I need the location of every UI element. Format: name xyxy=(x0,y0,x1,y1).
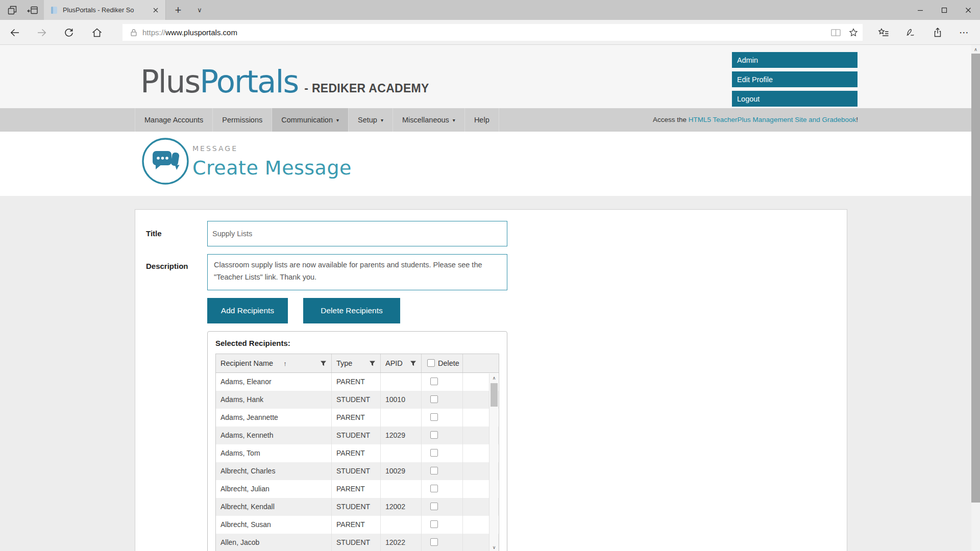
page-scrollbar-thumb[interactable] xyxy=(971,54,980,503)
url-bar-actions xyxy=(830,24,859,41)
tab-list-dropdown-button[interactable]: ∨ xyxy=(190,0,209,20)
delete-recipients-button[interactable]: Delete Recipients xyxy=(303,298,400,323)
recipient-apid-cell: 12029 xyxy=(381,427,422,444)
nav-item-communication[interactable]: Communication▾ xyxy=(272,108,349,132)
nav-item-help[interactable]: Help xyxy=(465,108,499,132)
add-favorite-button[interactable] xyxy=(848,28,859,38)
close-window-button[interactable] xyxy=(956,0,980,20)
window-controls xyxy=(908,0,980,20)
column-label: Recipient Name xyxy=(220,359,273,367)
filter-funnel-icon[interactable] xyxy=(369,360,376,367)
scroll-down-arrow[interactable]: ∨ xyxy=(489,543,499,551)
recipient-name-cell: Adams, Kenneth xyxy=(216,427,332,444)
nav-item-miscellaneous[interactable]: Miscellaneous▾ xyxy=(393,108,465,132)
url-input[interactable]: https://www.plusportals.com xyxy=(122,24,863,41)
refresh-button[interactable] xyxy=(58,20,80,45)
maximize-button[interactable] xyxy=(932,0,956,20)
table-row: Adams, HankSTUDENT10010 xyxy=(216,391,499,409)
hub-button[interactable] xyxy=(873,20,894,45)
nav-item-label: Manage Accounts xyxy=(144,116,203,124)
delete-cell xyxy=(422,409,463,427)
delete-row-checkbox[interactable] xyxy=(430,485,438,492)
table-scrollbar-thumb[interactable] xyxy=(491,383,498,407)
recipient-name-cell: Adams, Hank xyxy=(216,391,332,409)
reading-view-icon xyxy=(830,28,841,38)
new-tab-button[interactable]: + xyxy=(168,0,188,20)
home-button[interactable] xyxy=(86,20,108,45)
recipient-apid-cell xyxy=(381,480,422,498)
share-button[interactable] xyxy=(927,20,948,45)
delete-cell xyxy=(422,480,463,498)
page-heading-section: MESSAGE Create Message xyxy=(0,132,971,196)
annotate-button[interactable] xyxy=(900,20,921,45)
delete-row-checkbox[interactable] xyxy=(430,431,438,439)
chevron-down-icon: ▾ xyxy=(453,117,455,123)
tab-preview-button[interactable] xyxy=(2,0,22,20)
recipient-type-cell: STUDENT xyxy=(332,391,381,409)
message-icon xyxy=(141,137,189,185)
page-scroll-up-arrow[interactable]: ∧ xyxy=(971,45,980,54)
nav-menu: Manage AccountsPermissionsCommunication▾… xyxy=(135,108,499,132)
filter-funnel-icon[interactable] xyxy=(410,360,416,367)
admin-button[interactable]: Admin xyxy=(732,52,857,68)
selected-recipients-label: Selected Recipients: xyxy=(215,339,499,347)
forward-button[interactable] xyxy=(31,20,53,45)
more-options-button[interactable]: ⋯ xyxy=(953,20,975,45)
delete-row-checkbox[interactable] xyxy=(430,449,438,457)
delete-row-checkbox[interactable] xyxy=(430,378,438,385)
lock-icon[interactable] xyxy=(129,28,138,37)
delete-row-checkbox[interactable] xyxy=(430,538,438,546)
table-row: Adams, KennethSTUDENT12029 xyxy=(216,427,499,444)
nav-item-permissions[interactable]: Permissions xyxy=(213,108,272,132)
recipient-name-cell: Albrecht, Julian xyxy=(216,480,332,498)
table-row: Adams, JeannettePARENT xyxy=(216,409,499,427)
access-suffix: ! xyxy=(856,116,858,123)
chevron-down-icon: ▾ xyxy=(336,117,339,123)
page-content: PlusPortals - REDIKER ACADEMY AdminEdit … xyxy=(0,45,971,551)
minimize-button[interactable] xyxy=(908,0,932,20)
column-header-apid[interactable]: APID xyxy=(381,354,422,372)
recipient-name-cell: Albrecht, Kendall xyxy=(216,498,332,516)
url-protocol: https:// xyxy=(142,28,165,37)
page-scrollbar[interactable]: ∧ xyxy=(971,45,980,551)
recipient-type-cell: PARENT xyxy=(332,444,381,462)
delete-row-checkbox[interactable] xyxy=(430,395,438,403)
close-tab-button[interactable] xyxy=(150,5,161,16)
recipient-apid-cell: 12022 xyxy=(381,534,422,551)
scroll-up-arrow[interactable]: ∧ xyxy=(489,373,499,383)
teacherplus-link[interactable]: HTML5 TeacherPlus Management Site and Gr… xyxy=(689,116,856,123)
access-prefix: Access the xyxy=(653,116,689,123)
description-input[interactable]: Classroom supply lists are now available… xyxy=(207,254,507,290)
nav-item-manage-accounts[interactable]: Manage Accounts xyxy=(135,108,213,132)
recipient-type-cell: STUDENT xyxy=(332,462,381,480)
recipient-name-cell: Albrecht, Charles xyxy=(216,462,332,480)
title-input[interactable] xyxy=(207,221,507,246)
nav-item-setup[interactable]: Setup▾ xyxy=(349,108,393,132)
delete-row-checkbox[interactable] xyxy=(430,467,438,474)
column-header-type[interactable]: Type xyxy=(332,354,381,372)
edit-profile-button[interactable]: Edit Profile xyxy=(732,71,857,87)
create-message-panel: Title Description Classroom supply lists… xyxy=(135,209,847,551)
add-recipients-button[interactable]: Add Recipients xyxy=(207,298,288,323)
delete-cell xyxy=(422,498,463,516)
recipients-tbody: Adams, EleanorPARENTAdams, HankSTUDENT10… xyxy=(216,373,499,551)
delete-row-checkbox[interactable] xyxy=(430,503,438,510)
select-all-delete-checkbox[interactable] xyxy=(427,359,435,367)
logout-button[interactable]: Logout xyxy=(732,91,857,107)
set-aside-tabs-button[interactable] xyxy=(22,0,43,20)
delete-row-checkbox[interactable] xyxy=(430,413,438,421)
filter-funnel-icon[interactable] xyxy=(320,360,327,367)
back-button[interactable] xyxy=(4,20,26,45)
recipient-type-cell: STUDENT xyxy=(332,427,381,444)
browser-tab-bar: PlusPortals - Rediker So + ∨ xyxy=(0,0,980,20)
delete-row-checkbox[interactable] xyxy=(430,520,438,528)
browser-tab[interactable]: PlusPortals - Rediker So xyxy=(44,0,166,20)
table-row: Albrecht, KendallSTUDENT12002 xyxy=(216,498,499,516)
recipient-apid-cell xyxy=(381,373,422,391)
reading-view-button[interactable] xyxy=(830,28,841,38)
url-host: www.plusportals.com xyxy=(165,28,237,37)
url-text: https://www.plusportals.com xyxy=(142,28,237,37)
plusportals-logo: PlusPortals - REDIKER ACADEMY xyxy=(140,63,429,99)
column-header-recipient-name[interactable]: Recipient Name↑ xyxy=(216,354,332,372)
table-scrollbar[interactable]: ∧ ∨ xyxy=(489,373,498,551)
